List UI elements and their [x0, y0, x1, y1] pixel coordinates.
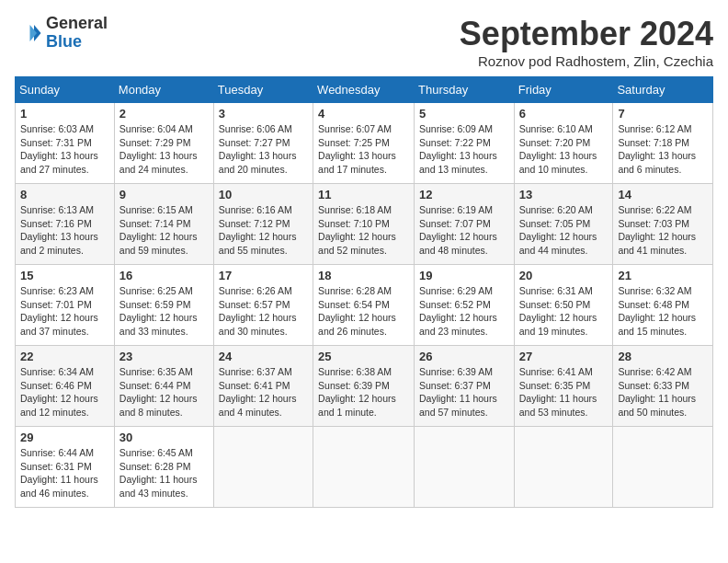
- day-number: 25: [318, 350, 409, 363]
- calendar-cell: 6Sunrise: 6:10 AM Sunset: 7:20 PM Daylig…: [514, 103, 613, 184]
- day-number: 15: [20, 269, 109, 282]
- day-detail: Sunrise: 6:15 AM Sunset: 7:14 PM Dayligh…: [119, 203, 209, 258]
- calendar-cell: 11Sunrise: 6:18 AM Sunset: 7:10 PM Dayli…: [313, 184, 415, 265]
- calendar-cell: 9Sunrise: 6:15 AM Sunset: 7:14 PM Daylig…: [114, 184, 213, 265]
- day-detail: Sunrise: 6:28 AM Sunset: 6:54 PM Dayligh…: [318, 284, 409, 339]
- day-number: 26: [419, 350, 509, 363]
- calendar-cell: 8Sunrise: 6:13 AM Sunset: 7:16 PM Daylig…: [16, 184, 115, 265]
- calendar-cell: 25Sunrise: 6:38 AM Sunset: 6:39 PM Dayli…: [313, 346, 415, 427]
- day-detail: Sunrise: 6:25 AM Sunset: 6:59 PM Dayligh…: [119, 284, 209, 339]
- day-detail: Sunrise: 6:41 AM Sunset: 6:35 PM Dayligh…: [519, 365, 609, 419]
- day-detail: Sunrise: 6:39 AM Sunset: 6:37 PM Dayligh…: [419, 365, 509, 419]
- col-header-monday: Monday: [114, 77, 213, 103]
- day-detail: Sunrise: 6:20 AM Sunset: 7:05 PM Dayligh…: [519, 203, 609, 258]
- logo-blue-text: Blue: [46, 33, 108, 52]
- day-detail: Sunrise: 6:32 AM Sunset: 6:48 PM Dayligh…: [618, 284, 708, 339]
- day-number: 8: [20, 188, 109, 201]
- day-detail: Sunrise: 6:04 AM Sunset: 7:29 PM Dayligh…: [119, 122, 209, 177]
- col-header-thursday: Thursday: [415, 77, 515, 103]
- day-detail: Sunrise: 6:31 AM Sunset: 6:50 PM Dayligh…: [519, 284, 609, 339]
- day-number: 13: [519, 188, 609, 201]
- day-detail: Sunrise: 6:16 AM Sunset: 7:12 PM Dayligh…: [219, 203, 308, 258]
- day-number: 24: [219, 350, 308, 363]
- calendar-cell: 22Sunrise: 6:34 AM Sunset: 6:46 PM Dayli…: [16, 346, 115, 427]
- day-number: 11: [318, 188, 409, 201]
- day-number: 1: [20, 107, 109, 121]
- calendar-cell: 28Sunrise: 6:42 AM Sunset: 6:33 PM Dayli…: [613, 346, 713, 427]
- logo-general-text: General: [46, 15, 108, 33]
- location: Roznov pod Radhostem, Zlin, Czechia: [460, 53, 713, 69]
- col-header-tuesday: Tuesday: [213, 77, 313, 103]
- calendar-cell: 12Sunrise: 6:19 AM Sunset: 7:07 PM Dayli…: [415, 184, 515, 265]
- calendar-cell: 3Sunrise: 6:06 AM Sunset: 7:27 PM Daylig…: [213, 103, 313, 184]
- calendar-cell: [415, 427, 515, 508]
- day-number: 28: [618, 350, 708, 363]
- day-number: 22: [20, 350, 109, 363]
- day-number: 2: [119, 107, 209, 121]
- logo: General Blue: [15, 15, 108, 52]
- day-number: 10: [219, 188, 308, 201]
- calendar-cell: 18Sunrise: 6:28 AM Sunset: 6:54 PM Dayli…: [313, 265, 415, 346]
- logo-icon: [15, 19, 42, 47]
- month-year: September 2024: [460, 15, 713, 53]
- calendar-cell: 2Sunrise: 6:04 AM Sunset: 7:29 PM Daylig…: [114, 103, 213, 184]
- calendar-cell: [514, 427, 613, 508]
- day-detail: Sunrise: 6:45 AM Sunset: 6:28 PM Dayligh…: [119, 446, 209, 500]
- day-detail: Sunrise: 6:35 AM Sunset: 6:44 PM Dayligh…: [119, 365, 209, 419]
- calendar-cell: 27Sunrise: 6:41 AM Sunset: 6:35 PM Dayli…: [514, 346, 613, 427]
- calendar-cell: 26Sunrise: 6:39 AM Sunset: 6:37 PM Dayli…: [415, 346, 515, 427]
- day-detail: Sunrise: 6:09 AM Sunset: 7:22 PM Dayligh…: [419, 122, 509, 177]
- calendar-cell: 29Sunrise: 6:44 AM Sunset: 6:31 PM Dayli…: [16, 427, 115, 508]
- col-header-wednesday: Wednesday: [313, 77, 415, 103]
- day-detail: Sunrise: 6:18 AM Sunset: 7:10 PM Dayligh…: [318, 203, 409, 258]
- day-number: 3: [219, 107, 308, 121]
- day-number: 4: [318, 107, 409, 121]
- day-number: 27: [519, 350, 609, 363]
- calendar-cell: 30Sunrise: 6:45 AM Sunset: 6:28 PM Dayli…: [114, 427, 213, 508]
- day-number: 7: [618, 107, 708, 121]
- day-number: 23: [119, 350, 209, 363]
- day-number: 21: [618, 269, 708, 282]
- calendar-cell: 21Sunrise: 6:32 AM Sunset: 6:48 PM Dayli…: [613, 265, 713, 346]
- calendar-cell: 23Sunrise: 6:35 AM Sunset: 6:44 PM Dayli…: [114, 346, 213, 427]
- day-detail: Sunrise: 6:44 AM Sunset: 6:31 PM Dayligh…: [20, 446, 109, 500]
- day-number: 20: [519, 269, 609, 282]
- day-number: 17: [219, 269, 308, 282]
- day-number: 9: [119, 188, 209, 201]
- day-detail: Sunrise: 6:23 AM Sunset: 7:01 PM Dayligh…: [20, 284, 109, 339]
- calendar-cell: 10Sunrise: 6:16 AM Sunset: 7:12 PM Dayli…: [213, 184, 313, 265]
- col-header-sunday: Sunday: [16, 77, 115, 103]
- day-detail: Sunrise: 6:03 AM Sunset: 7:31 PM Dayligh…: [20, 122, 109, 177]
- calendar-cell: 4Sunrise: 6:07 AM Sunset: 7:25 PM Daylig…: [313, 103, 415, 184]
- day-number: 18: [318, 269, 409, 282]
- day-number: 5: [419, 107, 509, 121]
- calendar-cell: 20Sunrise: 6:31 AM Sunset: 6:50 PM Dayli…: [514, 265, 613, 346]
- calendar-table: SundayMondayTuesdayWednesdayThursdayFrid…: [15, 76, 713, 508]
- day-number: 29: [20, 431, 109, 444]
- day-detail: Sunrise: 6:29 AM Sunset: 6:52 PM Dayligh…: [419, 284, 509, 339]
- day-number: 6: [519, 107, 609, 121]
- day-detail: Sunrise: 6:38 AM Sunset: 6:39 PM Dayligh…: [318, 365, 409, 419]
- day-number: 30: [119, 431, 209, 444]
- day-number: 16: [119, 269, 209, 282]
- calendar-cell: 1Sunrise: 6:03 AM Sunset: 7:31 PM Daylig…: [16, 103, 115, 184]
- day-detail: Sunrise: 6:07 AM Sunset: 7:25 PM Dayligh…: [318, 122, 409, 177]
- calendar-cell: [613, 427, 713, 508]
- calendar-cell: [213, 427, 313, 508]
- day-detail: Sunrise: 6:42 AM Sunset: 6:33 PM Dayligh…: [618, 365, 708, 419]
- calendar-cell: 15Sunrise: 6:23 AM Sunset: 7:01 PM Dayli…: [16, 265, 115, 346]
- day-number: 14: [618, 188, 708, 201]
- calendar-cell: [313, 427, 415, 508]
- col-header-friday: Friday: [514, 77, 613, 103]
- calendar-cell: 5Sunrise: 6:09 AM Sunset: 7:22 PM Daylig…: [415, 103, 515, 184]
- day-detail: Sunrise: 6:19 AM Sunset: 7:07 PM Dayligh…: [419, 203, 509, 258]
- title-block: September 2024 Roznov pod Radhostem, Zli…: [460, 15, 713, 69]
- day-detail: Sunrise: 6:13 AM Sunset: 7:16 PM Dayligh…: [20, 203, 109, 258]
- day-detail: Sunrise: 6:22 AM Sunset: 7:03 PM Dayligh…: [618, 203, 708, 258]
- day-detail: Sunrise: 6:12 AM Sunset: 7:18 PM Dayligh…: [618, 122, 708, 177]
- calendar-cell: 19Sunrise: 6:29 AM Sunset: 6:52 PM Dayli…: [415, 265, 515, 346]
- calendar-cell: 16Sunrise: 6:25 AM Sunset: 6:59 PM Dayli…: [114, 265, 213, 346]
- calendar-cell: 7Sunrise: 6:12 AM Sunset: 7:18 PM Daylig…: [613, 103, 713, 184]
- day-detail: Sunrise: 6:34 AM Sunset: 6:46 PM Dayligh…: [20, 365, 109, 419]
- day-number: 12: [419, 188, 509, 201]
